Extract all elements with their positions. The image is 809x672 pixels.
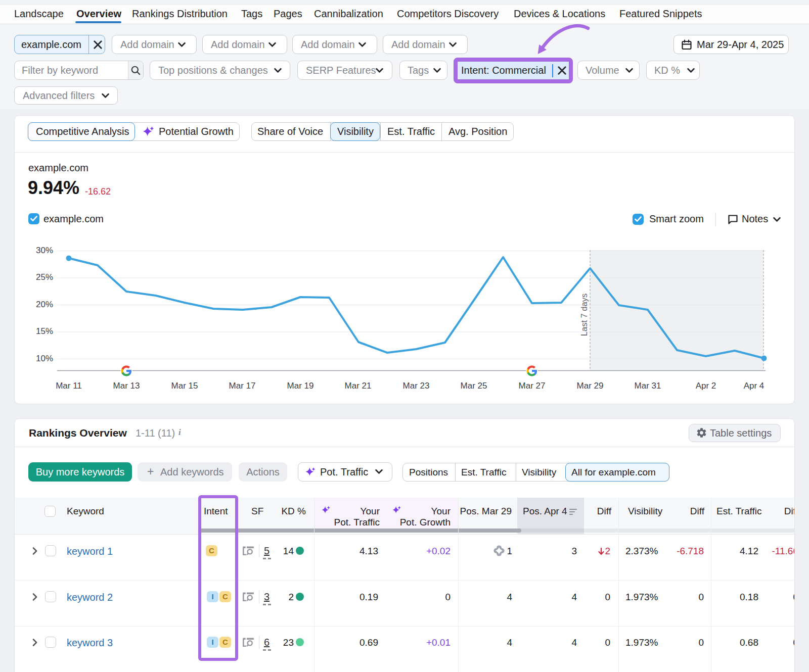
- svg-text:Last 7 days: Last 7 days: [579, 294, 589, 336]
